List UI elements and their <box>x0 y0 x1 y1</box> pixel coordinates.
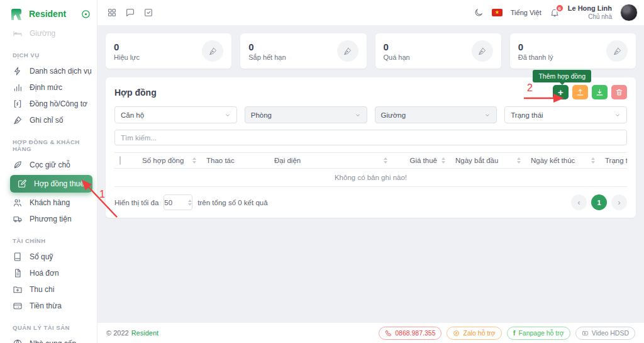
sort-icon[interactable] <box>192 157 196 164</box>
apartment-filter-select[interactable]: Căn hộ <box>114 106 237 123</box>
brand-name: Resident <box>29 9 76 19</box>
sidebar-item-hop-dong-thue[interactable]: Hợp đồng thuê <box>10 175 92 193</box>
stat-card-sap-het-han: 0 Sắp hết hạn <box>240 33 366 69</box>
sidebar-section-dich-vu: DỊCH VỤ <box>0 42 97 63</box>
sidebar-item-coc-giu-cho[interactable]: Cọc giữ chỗ <box>0 157 97 173</box>
current-page-button[interactable]: 1 <box>591 194 607 210</box>
sort-icon[interactable] <box>517 157 521 164</box>
zalo-support-button[interactable]: Zalo hỗ trợ <box>447 327 501 340</box>
resident-logo-icon <box>9 6 24 21</box>
stat-label: Sắp hết hạn <box>248 53 286 61</box>
sidebar-item-label: Sổ quỹ <box>30 252 53 261</box>
column-header: Số hợp đồng <box>142 157 184 164</box>
user-menu[interactable]: Le Hong Linh Chủ nhà <box>568 4 612 21</box>
stat-value: 0 <box>518 42 553 52</box>
sidebar-item-label: Giường <box>30 29 55 38</box>
sidebar-header: Resident <box>0 0 97 28</box>
column-header: Ngày kết thúc <box>531 157 575 164</box>
dark-mode-moon-icon[interactable] <box>474 8 484 18</box>
empty-state-text: Không có bản ghi nào! <box>114 169 627 187</box>
avatar[interactable] <box>620 4 638 21</box>
sidebar-item-phuong-tien[interactable]: Phương tiện <box>0 211 97 227</box>
stat-label: Đã thanh lý <box>518 53 553 61</box>
sidebar-item-tien-thua[interactable]: Tiền thừa <box>0 298 97 314</box>
apps-grid-icon[interactable] <box>107 8 117 18</box>
stat-value: 0 <box>248 42 286 52</box>
prev-page-button[interactable]: ‹ <box>571 194 587 210</box>
stat-value: 0 <box>114 42 140 52</box>
folder-plus-icon <box>13 284 23 295</box>
sort-icon[interactable] <box>591 157 595 164</box>
sort-icon[interactable] <box>384 157 387 164</box>
stat-card-qua-han: 0 Quá hạn <box>375 33 501 69</box>
bed-icon <box>13 28 23 38</box>
user-name: Le Hong Linh <box>568 4 612 13</box>
select-value: Căn hộ <box>121 111 144 119</box>
bolt-icon <box>13 66 23 76</box>
status-filter-select[interactable]: Trạng thái <box>504 106 627 123</box>
video-guide-button[interactable]: Video HDSD <box>575 327 635 340</box>
bar-chart-icon <box>13 82 23 93</box>
phone-icon <box>385 330 392 337</box>
sidebar-item-dinh-muc[interactable]: Định mức <box>0 79 97 96</box>
import-button[interactable] <box>572 85 588 99</box>
phone-number: 0868.987.355 <box>395 329 435 337</box>
stat-label: Hiệu lực <box>114 53 140 61</box>
export-button[interactable] <box>592 85 608 99</box>
notifications-button[interactable]: 6 <box>550 8 560 18</box>
column-header: Trạng thái <box>605 157 627 164</box>
delete-button[interactable] <box>611 85 627 99</box>
search-input[interactable] <box>114 130 627 145</box>
bed-filter-select[interactable]: Giường <box>375 106 497 123</box>
sidebar-item-khach-hang[interactable]: Khách hàng <box>0 194 97 211</box>
sidebar-item-nha-cung-cap[interactable]: Nhà cung cấp <box>0 335 97 343</box>
user-role: Chủ nhà <box>568 13 612 21</box>
invoice-icon <box>13 268 23 278</box>
select-all-checkbox[interactable] <box>119 156 121 165</box>
language-selector[interactable]: Tiếng Việt <box>511 9 541 16</box>
trash-icon <box>615 88 623 96</box>
pen-nib-icon <box>337 40 358 62</box>
sidebar-item-danh-sach-dich-vu[interactable]: Danh sách dịch vụ <box>0 63 97 79</box>
contracts-table: Số hợp đồng Thao tác Đại diện Giá thuê N… <box>114 152 627 187</box>
sidebar-item-dong-ho-cong-to[interactable]: Đồng hồ/Công tơ <box>0 96 97 112</box>
add-contract-tooltip: Thêm hợp đồng <box>533 70 591 82</box>
panel-actions: + <box>553 85 627 99</box>
page-size-value: 50 <box>164 199 172 206</box>
filter-row: Căn hộ Phòng Giường Trạng thái <box>114 106 627 123</box>
stat-card-da-thanh-ly: 0 Đã thanh lý <box>510 33 636 69</box>
room-filter-select[interactable]: Phòng <box>245 106 367 123</box>
next-page-button[interactable]: › <box>611 194 627 210</box>
phone-support-button[interactable]: 0868.987.355 <box>379 327 441 340</box>
chat-icon[interactable] <box>125 8 135 18</box>
fanpage-support-button[interactable]: f Fanpage hỗ trợ <box>507 327 570 340</box>
sidebar-item-hoa-don[interactable]: Hoá đơn <box>0 265 97 281</box>
column-header: Ngày bắt đầu <box>455 157 498 164</box>
stat-label: Quá hạn <box>384 53 410 61</box>
video-label: Video HDSD <box>592 329 629 337</box>
sidebar-item-so-quy[interactable]: Sổ quỹ <box>0 249 97 265</box>
wallet-icon <box>13 301 23 311</box>
column-header: Đại diện <box>274 157 301 164</box>
sidebar-item-label: Tiền thừa <box>30 301 62 310</box>
video-icon <box>582 330 589 337</box>
truck-icon <box>13 214 23 224</box>
pagination-bar: Hiển thị tối đa 50 trên tổng số 0 kết qu… <box>114 194 627 210</box>
sidebar-item-ghi-chi-so[interactable]: Ghi chỉ số <box>0 112 97 128</box>
upload-icon <box>576 88 584 96</box>
stat-cards: 0 Hiệu lực 0 Sắp hết hạn 0 Quá hạn 0 Đã … <box>106 33 636 69</box>
task-check-icon[interactable] <box>143 8 153 18</box>
sort-icon[interactable] <box>441 157 445 164</box>
add-contract-button[interactable]: + <box>553 85 569 99</box>
footer-brand-link[interactable]: Resident <box>131 329 158 337</box>
globe-icon <box>13 339 23 343</box>
feather-icon <box>13 160 23 170</box>
sidebar-item-label: Hoá đơn <box>30 269 59 278</box>
sidebar-item-thu-chi[interactable]: Thu chi <box>0 281 97 298</box>
contracts-panel: Hợp đồng Thêm hợp đồng + Căn hộ Phòng Gi… <box>106 77 636 218</box>
people-icon <box>13 198 23 208</box>
page-size-stepper[interactable]: 50 <box>164 194 192 210</box>
stat-value: 0 <box>384 42 410 52</box>
sidebar: Resident Giường DỊCH VỤ Danh sách dịch v… <box>0 0 97 343</box>
sidebar-collapse-toggle-icon[interactable] <box>81 9 91 19</box>
